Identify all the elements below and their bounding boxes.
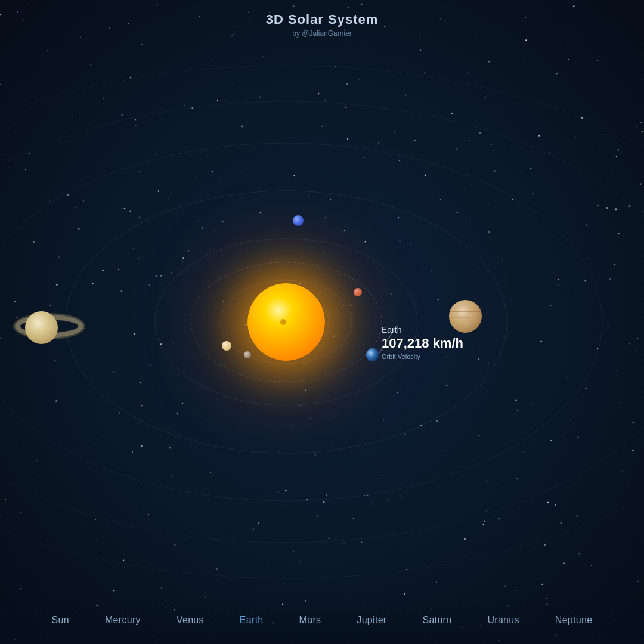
- tooltip-speed-label: Orbit Velocity: [382, 353, 463, 360]
- nav-jupiter[interactable]: Jupiter: [339, 610, 404, 630]
- nav-mercury[interactable]: Mercury: [87, 610, 159, 630]
- earth-planet[interactable]: [366, 348, 379, 361]
- bottom-navigation: Sun Mercury Venus Earth Mars Jupiter Sat…: [0, 596, 644, 644]
- saturn-planet[interactable]: [25, 311, 58, 344]
- mars-planet[interactable]: [354, 288, 362, 296]
- subtitle: by @JulianGarnier: [0, 29, 644, 38]
- title-area: 3D Solar System by @JulianGarnier: [0, 12, 644, 38]
- tooltip-speed-value: 107,218 km/h: [382, 336, 463, 351]
- nav-sun[interactable]: Sun: [34, 610, 87, 630]
- earth-tooltip: Earth 107,218 km/h Orbit Velocity: [382, 325, 463, 360]
- sun-spot: [280, 319, 286, 325]
- venus-planet[interactable]: [222, 341, 231, 351]
- nav-uranus[interactable]: Uranus: [469, 610, 537, 630]
- nav-earth[interactable]: Earth: [222, 610, 281, 630]
- sun[interactable]: [247, 283, 325, 361]
- main-title: 3D Solar System: [0, 12, 644, 27]
- nav-mars[interactable]: Mars: [281, 610, 339, 630]
- neptune-planet-small[interactable]: [293, 215, 304, 226]
- nav-venus[interactable]: Venus: [159, 610, 222, 630]
- nav-neptune[interactable]: Neptune: [537, 610, 611, 630]
- mercury-planet[interactable]: [244, 351, 251, 358]
- nav-saturn[interactable]: Saturn: [404, 610, 469, 630]
- tooltip-planet-name: Earth: [382, 325, 463, 335]
